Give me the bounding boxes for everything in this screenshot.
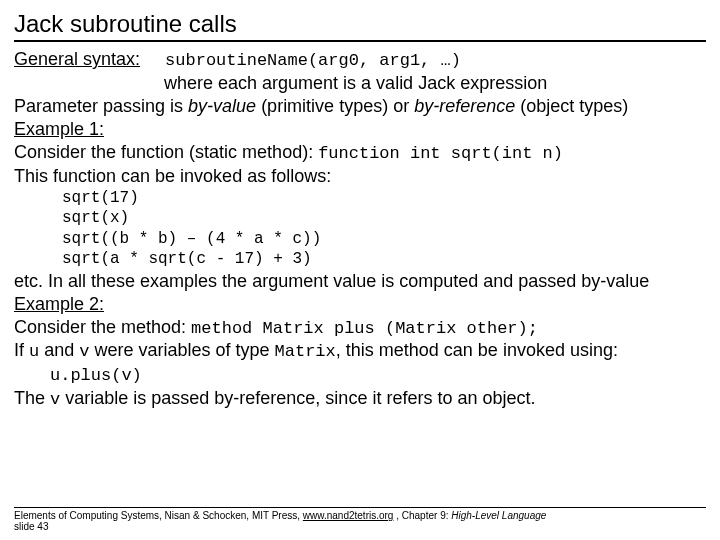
- vpass-v: v: [50, 390, 60, 409]
- uv-u: u: [29, 342, 39, 361]
- general-syntax-code: subroutineName(arg0, arg1, …): [165, 51, 461, 70]
- call-example-3: sqrt(a * sqrt(c - 17) + 3): [62, 249, 706, 269]
- footer-a: Elements of Computing Systems, Nisan & S…: [14, 510, 303, 521]
- function-signature: function int sqrt(int n): [318, 144, 563, 163]
- example2-label: Example 2:: [14, 293, 706, 316]
- footer-b: , Chapter 9:: [393, 510, 451, 521]
- consider-method-a: Consider the method:: [14, 317, 191, 337]
- vpass-line: The v variable is passed by-reference, s…: [14, 387, 706, 411]
- footer-slide: slide 43: [14, 521, 48, 532]
- uv-d: , this method can be invoked using:: [336, 340, 618, 360]
- vpass-b: variable is passed by-reference, since i…: [60, 388, 535, 408]
- general-syntax-label: General syntax:: [14, 49, 140, 69]
- footer-link: www.nand2tetris.org: [303, 510, 394, 521]
- param-passing-line: Parameter passing is by-value (primitive…: [14, 95, 706, 118]
- by-value: by-value: [188, 96, 256, 116]
- consider-method-line: Consider the method: method Matrix plus …: [14, 316, 706, 340]
- footer-c: High-Level Language: [451, 510, 546, 521]
- general-syntax-line: General syntax: subroutineName(arg0, arg…: [14, 48, 706, 72]
- param-passing-a: Parameter passing is: [14, 96, 188, 116]
- general-syntax-tail: where each argument is a valid Jack expr…: [164, 72, 706, 95]
- slide-title: Jack subroutine calls: [14, 10, 706, 38]
- uv-b: and: [39, 340, 79, 360]
- vpass-a: The: [14, 388, 50, 408]
- call-example-2: sqrt((b * b) – (4 * a * c)): [62, 229, 706, 249]
- slide-body: General syntax: subroutineName(arg0, arg…: [14, 48, 706, 411]
- method-signature: method Matrix plus (Matrix other);: [191, 319, 538, 338]
- invoke-as-line: This function can be invoked as follows:: [14, 165, 706, 188]
- title-rule: [14, 40, 706, 42]
- uv-matrix: Matrix: [275, 342, 336, 361]
- uv-a: If: [14, 340, 29, 360]
- footer: Elements of Computing Systems, Nisan & S…: [14, 507, 706, 532]
- uv-v: v: [79, 342, 89, 361]
- by-reference: by-reference: [414, 96, 515, 116]
- param-passing-b: (primitive types) or: [256, 96, 414, 116]
- call-example-1: sqrt(x): [62, 208, 706, 228]
- example1-label: Example 1:: [14, 118, 706, 141]
- uv-c: were variables of type: [89, 340, 274, 360]
- consider-function-a: Consider the function (static method):: [14, 142, 318, 162]
- consider-function-line: Consider the function (static method): f…: [14, 141, 706, 165]
- slide: Jack subroutine calls General syntax: su…: [0, 0, 720, 540]
- uv-line: If u and v were variables of type Matrix…: [14, 339, 706, 387]
- call-example-0: sqrt(17): [62, 188, 706, 208]
- etc-line: etc. In all these examples the argument …: [14, 270, 706, 293]
- uv-call: u.plus(v): [50, 366, 142, 385]
- param-passing-c: (object types): [515, 96, 628, 116]
